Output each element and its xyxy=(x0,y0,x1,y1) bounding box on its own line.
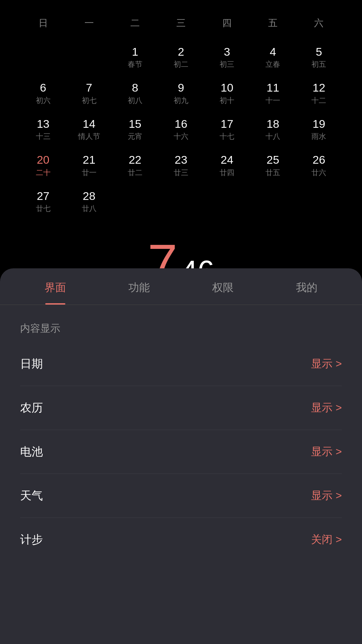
calendar-day[interactable]: 2初二 xyxy=(158,40,204,75)
calendar-header-cell: 六 xyxy=(296,13,342,33)
day-number: 14 xyxy=(83,118,96,130)
calendar-day[interactable]: 12十二 xyxy=(296,75,342,111)
day-number: 4 xyxy=(270,46,276,58)
settings-item[interactable]: 计步关闭 > xyxy=(20,518,342,561)
day-lunar: 初十 xyxy=(220,96,234,106)
calendar-day[interactable]: 20二十 xyxy=(20,148,66,183)
calendar-day[interactable]: 16十六 xyxy=(158,112,204,148)
day-number: 17 xyxy=(221,118,233,130)
settings-item-value: 显示 > xyxy=(311,357,342,371)
calendar-day[interactable]: 7初七 xyxy=(66,75,112,111)
settings-item-label: 日期 xyxy=(20,356,43,372)
calendar-header-cell: 二 xyxy=(112,13,158,33)
tab-permission[interactable]: 权限 xyxy=(181,268,265,305)
calendar-day[interactable]: 26廿六 xyxy=(296,148,342,183)
calendar-grid: 1春节2初二3初三4立春5初五6初六7初七8初八9初九10初十11十一12十二1… xyxy=(20,40,342,220)
section-title: 内容显示 xyxy=(20,322,342,335)
calendar-day[interactable]: 27廿七 xyxy=(20,184,66,220)
calendar-day[interactable]: 8初八 xyxy=(112,75,158,111)
day-lunar: 廿五 xyxy=(265,168,280,178)
settings-item[interactable]: 日期显示 > xyxy=(20,342,342,386)
calendar-day xyxy=(204,184,250,220)
day-number: 24 xyxy=(221,154,233,166)
calendar-day[interactable]: 15元宵 xyxy=(112,112,158,148)
calendar-day[interactable]: 21廿一 xyxy=(66,148,112,183)
day-lunar: 春节 xyxy=(128,59,142,69)
calendar-day xyxy=(66,40,112,75)
day-number: 9 xyxy=(178,82,184,94)
day-lunar: 十六 xyxy=(174,131,188,142)
settings-item-value: 显示 > xyxy=(311,400,342,415)
day-number: 18 xyxy=(266,118,279,130)
day-lunar: 十七 xyxy=(220,131,234,142)
calendar-day[interactable]: 23廿三 xyxy=(158,148,204,183)
calendar-day[interactable]: 28廿八 xyxy=(66,184,112,220)
day-number: 11 xyxy=(266,82,279,94)
day-number: 28 xyxy=(83,190,96,202)
settings-section: 内容显示 日期显示 >农历显示 >电池显示 >天气显示 >计步关闭 > xyxy=(0,305,362,568)
calendar-day[interactable]: 11十一 xyxy=(250,75,296,111)
day-lunar: 廿八 xyxy=(82,204,97,214)
day-number: 2 xyxy=(178,46,184,58)
settings-item[interactable]: 天气显示 > xyxy=(20,474,342,518)
calendar-day[interactable]: 6初六 xyxy=(20,75,66,111)
calendar-day[interactable]: 18十八 xyxy=(250,112,296,148)
day-lunar: 初九 xyxy=(174,96,188,106)
calendar-day[interactable]: 4立春 xyxy=(250,40,296,75)
calendar-day[interactable]: 17十七 xyxy=(204,112,250,148)
calendar-day xyxy=(112,184,158,220)
tab-function[interactable]: 功能 xyxy=(97,268,181,305)
settings-item-value: 关闭 > xyxy=(311,532,342,547)
calendar-header-cell: 日 xyxy=(20,13,66,33)
calendar-day[interactable]: 14情人节 xyxy=(66,112,112,148)
day-lunar: 初二 xyxy=(174,59,188,69)
calendar-day xyxy=(250,184,296,220)
calendar-day[interactable]: 24廿四 xyxy=(204,148,250,183)
day-lunar: 十三 xyxy=(36,131,51,142)
calendar-day[interactable]: 1春节 xyxy=(112,40,158,75)
day-number: 26 xyxy=(313,154,325,166)
calendar-day[interactable]: 5初五 xyxy=(296,40,342,75)
calendar-day[interactable]: 13十三 xyxy=(20,112,66,148)
day-number: 21 xyxy=(83,154,96,166)
tab-mine[interactable]: 我的 xyxy=(265,268,349,305)
settings-item[interactable]: 电池显示 > xyxy=(20,430,342,474)
calendar-day[interactable]: 25廿五 xyxy=(250,148,296,183)
calendar-day[interactable]: 3初三 xyxy=(204,40,250,75)
tab-interface[interactable]: 界面 xyxy=(13,268,97,305)
day-lunar: 初七 xyxy=(82,96,97,106)
day-number: 25 xyxy=(266,154,279,166)
day-number: 20 xyxy=(37,154,50,166)
calendar-header: 日一二三四五六 xyxy=(20,13,342,33)
day-lunar: 初六 xyxy=(36,96,51,106)
day-lunar: 情人节 xyxy=(78,131,100,142)
day-number: 27 xyxy=(37,190,50,202)
tabs: 界面 功能 权限 我的 xyxy=(0,268,362,305)
calendar-day[interactable]: 9初九 xyxy=(158,75,204,111)
day-lunar: 廿六 xyxy=(311,168,326,178)
calendar-header-cell: 五 xyxy=(250,13,296,33)
settings-item-value: 显示 > xyxy=(311,488,342,503)
calendar-day[interactable]: 22廿二 xyxy=(112,148,158,183)
settings-item-value: 显示 > xyxy=(311,444,342,459)
calendar-day[interactable]: 10初十 xyxy=(204,75,250,111)
day-number: 1 xyxy=(132,46,138,58)
day-lunar: 初五 xyxy=(311,59,326,69)
day-lunar: 廿三 xyxy=(174,168,188,178)
settings-item[interactable]: 农历显示 > xyxy=(20,386,342,430)
settings-item-label: 天气 xyxy=(20,488,43,503)
day-lunar: 元宵 xyxy=(128,131,142,142)
day-lunar: 十二 xyxy=(311,96,326,106)
bottom-panel: 界面 功能 权限 我的 内容显示 日期显示 >农历显示 >电池显示 >天气显示 … xyxy=(0,268,362,644)
day-lunar: 初三 xyxy=(220,59,234,69)
calendar-header-cell: 三 xyxy=(158,13,204,33)
day-lunar: 十八 xyxy=(265,131,280,142)
day-lunar: 廿一 xyxy=(82,168,97,178)
settings-item-label: 电池 xyxy=(20,444,43,460)
calendar-day xyxy=(296,184,342,220)
day-lunar: 廿七 xyxy=(36,204,51,214)
calendar-day xyxy=(158,184,204,220)
day-lunar: 十一 xyxy=(265,96,280,106)
calendar-header-cell: 四 xyxy=(204,13,250,33)
calendar-day[interactable]: 19雨水 xyxy=(296,112,342,148)
